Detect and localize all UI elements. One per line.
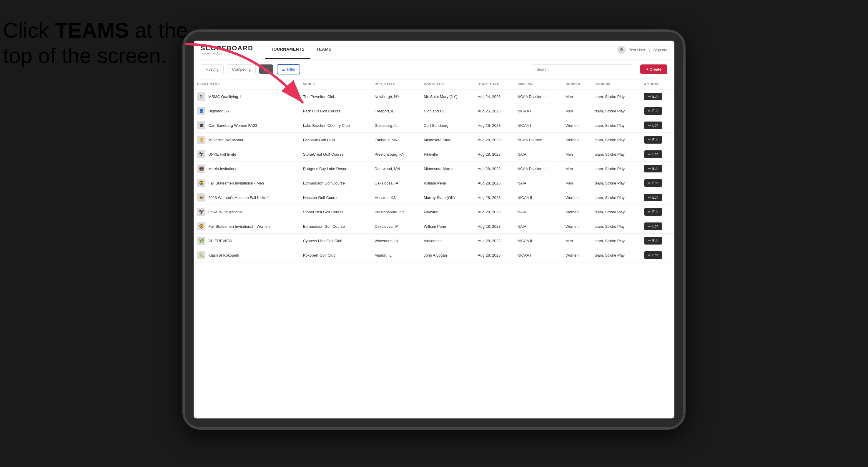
edit-button-7[interactable]: ✏ Edit [644, 194, 662, 201]
edit-button-8[interactable]: ✏ Edit [644, 208, 662, 216]
cell-gender: Men [562, 104, 591, 118]
table-row: 🐝 2023 Women's Hesston Fall Kickoff Hess… [194, 190, 674, 205]
nav-tab-teams[interactable]: TEAMS [310, 41, 338, 59]
cell-start-date: Aug 25, 2023 [474, 104, 514, 118]
cell-gender: Men [562, 234, 591, 248]
edit-button-10[interactable]: ✏ Edit [644, 237, 662, 245]
cell-actions: ✏ Edit [641, 205, 674, 219]
toolbar: Hosting Competing All ☰ Filter + Create [194, 59, 674, 80]
edit-button-6[interactable]: ✏ Edit [644, 179, 662, 187]
edit-button-1[interactable]: ✏ Edit [644, 107, 662, 115]
cell-start-date: Aug 28, 2023 [474, 219, 514, 234]
cell-actions: ✏ Edit [641, 219, 674, 234]
cell-city-state: Marion, IL [371, 248, 420, 262]
edit-icon-7: ✏ [648, 196, 651, 199]
edit-icon-6: ✏ [648, 181, 651, 185]
table-row: 🦅 UPKE Fall Invite StoneCrest Golf Cours… [194, 147, 674, 161]
cell-venue: Edmundson Golf Course [300, 219, 371, 234]
cell-hosted-by: Murray State (OK) [420, 190, 474, 205]
cell-division: NICAA II [514, 190, 562, 205]
edit-button-5[interactable]: ✏ Edit [644, 165, 662, 173]
cell-scoring: team, Stroke Play [591, 219, 640, 234]
cell-start-date: Aug 28, 2023 [474, 190, 514, 205]
cell-venue: Cypress Hills Golf Club [300, 234, 371, 248]
edit-icon-5: ✏ [648, 167, 651, 171]
event-icon-3: 🏆 [197, 136, 206, 144]
tablet-screen: SCOREBOARD Powered by Clippi TOURNAMENTS… [194, 41, 674, 418]
filter-button[interactable]: ☰ Filter [277, 64, 300, 74]
table-row: 🦁 Fall Statesmen Invitational - Men Edmu… [194, 176, 674, 190]
nav-tab-tournaments[interactable]: TOURNAMENTS [265, 41, 310, 59]
cell-venue: Edmundson Golf Course [300, 176, 371, 190]
cell-event-name: 🦅 UPKE Fall Invite [194, 147, 300, 161]
table-row: 🐍 Klash at Kokopelli Kokopelli Golf Club… [194, 248, 674, 262]
edit-button-11[interactable]: ✏ Edit [644, 251, 662, 259]
filter-competing[interactable]: Competing [227, 64, 256, 74]
edit-icon-11: ✏ [648, 253, 651, 257]
filter-hosting[interactable]: Hosting [201, 64, 224, 74]
header-right: ⚙ Test User | Sign out [617, 45, 667, 54]
edit-icon-9: ✏ [648, 224, 651, 228]
cell-actions: ✏ Edit [641, 234, 674, 248]
cell-division: NICAA II [514, 234, 562, 248]
event-name-8: upike fall invitational [208, 210, 243, 214]
main-nav: TOURNAMENTS TEAMS [265, 41, 338, 59]
col-division: DIVISION [514, 80, 562, 89]
cell-hosted-by: William Penn [420, 219, 474, 234]
cell-venue: Kokopelli Golf Club [300, 248, 371, 262]
settings-icon[interactable]: ⚙ [617, 45, 625, 54]
cell-hosted-by: Highland CC [420, 104, 474, 118]
cell-scoring: team, Stroke Play [591, 118, 640, 133]
cell-hosted-by: Mt. Saint Mary (NY) [420, 89, 474, 104]
cell-city-state: Oskaloosa, IA [371, 176, 420, 190]
edit-button-9[interactable]: ✏ Edit [644, 222, 662, 230]
cell-hosted-by: Minnesota State [420, 133, 474, 147]
cell-scoring: team, Stroke Play [591, 133, 640, 147]
edit-button-0[interactable]: ✏ Edit [644, 93, 662, 100]
edit-icon-0: ✏ [648, 95, 651, 99]
cell-gender: Men [562, 161, 591, 176]
cell-start-date: Aug 28, 2023 [474, 234, 514, 248]
cell-start-date: Aug 28, 2023 [474, 147, 514, 161]
edit-button-2[interactable]: ✏ Edit [644, 122, 662, 129]
cell-gender: Women [562, 219, 591, 234]
search-input[interactable] [532, 64, 632, 74]
cell-gender: Men [562, 147, 591, 161]
filter-all[interactable]: All [259, 64, 273, 74]
cell-gender: Men [562, 89, 591, 104]
cell-gender: Women [562, 133, 591, 147]
create-button[interactable]: + Create [640, 64, 667, 74]
edit-button-3[interactable]: ✏ Edit [644, 136, 662, 144]
cell-city-state: Freeport, IL [371, 104, 420, 118]
event-icon-8: 🦅 [197, 208, 206, 216]
cell-event-name: 🎖 MSMC Qualifying 1 [194, 89, 300, 104]
cell-start-date: Aug 28, 2023 [474, 161, 514, 176]
cell-actions: ✏ Edit [641, 161, 674, 176]
cell-actions: ✏ Edit [641, 133, 674, 147]
edit-icon-2: ✏ [648, 124, 651, 127]
edit-icon-8: ✏ [648, 210, 651, 214]
cell-start-date: Aug 28, 2023 [474, 205, 514, 219]
sign-out-link[interactable]: Sign out [653, 48, 667, 52]
cell-venue: Hesston Golf Course [300, 190, 371, 205]
cell-gender: Men [562, 176, 591, 190]
cell-event-name: 🐍 Klash at Kokopelli [194, 248, 300, 262]
cell-start-date: Aug 28, 2023 [474, 133, 514, 147]
cell-venue: Faribault Golf Club [300, 133, 371, 147]
event-icon-4: 🦅 [197, 150, 206, 158]
cell-actions: ✏ Edit [641, 104, 674, 118]
cell-venue: StoneCrest Golf Course [300, 147, 371, 161]
tablet-frame: SCOREBOARD Powered by Clippi TOURNAMENTS… [182, 29, 686, 430]
table-row: 🦁 Fall Statesmen Invitational - Women Ed… [194, 219, 674, 234]
event-name-2: Carl Sandburg Women FA23 [208, 123, 257, 128]
col-hosted-by: HOSTED BY [420, 80, 474, 89]
event-icon-1: 👤 [197, 107, 206, 115]
event-icon-2: 🎓 [197, 121, 206, 129]
app-header: SCOREBOARD Powered by Clippi TOURNAMENTS… [194, 41, 674, 59]
cell-start-date: Aug 28, 2023 [474, 176, 514, 190]
cell-gender: Women [562, 248, 591, 262]
cell-hosted-by: Carl Sandburg [420, 118, 474, 133]
table-row: 👤 Highland 36 Park Hills Golf Course Fre… [194, 104, 674, 118]
edit-button-4[interactable]: ✏ Edit [644, 150, 662, 158]
cell-event-name: 🐻 Morris Invitational [194, 161, 300, 176]
